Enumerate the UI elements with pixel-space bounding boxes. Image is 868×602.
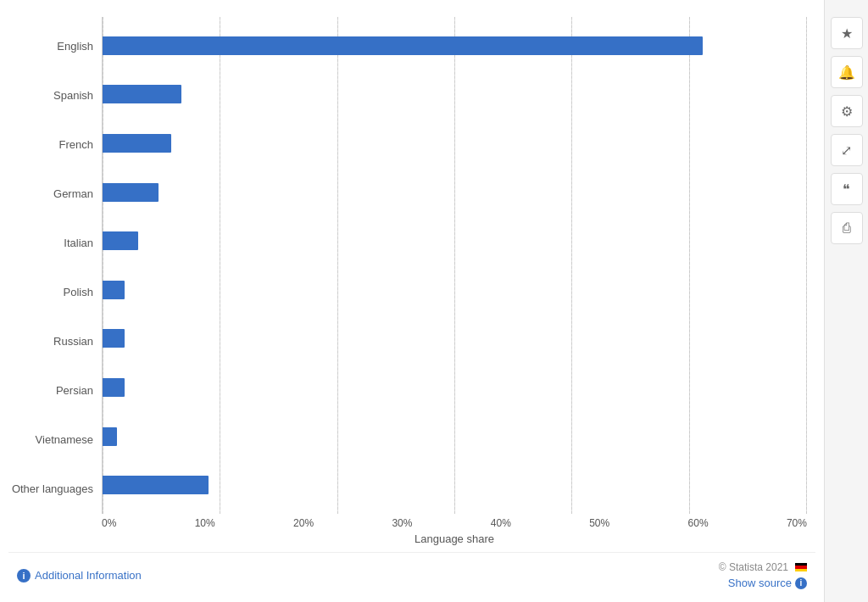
bar-row [103,181,807,204]
x-axis: 0%10%20%30%40%50%60%70% Language share [102,514,807,548]
y-label: Italian [8,237,93,248]
credit-text: © Statista 2021 [719,561,788,573]
y-label: English [8,41,93,52]
y-label: French [8,139,93,150]
sidebar: ★🔔⚙⤢❝⎙ [824,0,868,602]
bar-row [103,82,807,106]
bar-row [103,34,807,58]
chart-area: EnglishSpanishFrenchGermanItalianPolishR… [8,17,815,548]
bar-french [103,134,171,153]
bar-other-languages [103,476,209,494]
bar-row [103,131,807,155]
y-label: Other languages [8,483,93,494]
bar-row [103,326,807,350]
info-icon: i [17,569,31,582]
statista-credit: © Statista 2021 [719,561,807,573]
y-label: German [8,188,93,199]
print-button[interactable]: ⎙ [831,212,863,244]
x-tick: 20% [293,517,314,529]
settings-button[interactable]: ⚙ [831,95,863,127]
y-label: Russian [8,336,93,347]
bar-english [103,36,703,55]
x-tick: 40% [491,517,511,529]
show-source-button[interactable]: Show source i [728,577,807,589]
share-button[interactable]: ⤢ [831,134,863,166]
x-tick: 0% [102,517,116,529]
bar-italian [103,231,138,250]
bar-spanish [103,85,181,103]
bar-row [103,425,807,449]
footer-right: © Statista 2021 Show source i [719,561,807,589]
y-labels: EnglishSpanishFrenchGermanItalianPolishR… [8,17,102,548]
bar-vietnamese [103,427,117,446]
x-tick: 50% [589,517,609,529]
additional-info-label: Additional Information [35,569,142,582]
grid-and-bars [102,17,807,514]
main-content: EnglishSpanishFrenchGermanItalianPolishR… [0,0,824,602]
bar-row [103,376,807,399]
bar-row [103,229,807,253]
bar-german [103,183,159,202]
x-tick: 10% [195,517,215,529]
y-label: Polish [8,287,93,298]
source-info-icon: i [795,577,807,589]
alert-button[interactable]: 🔔 [831,56,863,88]
bars-wrapper [103,17,807,514]
cite-button[interactable]: ❝ [831,173,863,205]
footer: i Additional Information © Statista 2021… [8,552,815,594]
bar-row [103,473,807,497]
y-label: Spanish [8,90,93,101]
x-axis-label: Language share [102,529,807,545]
bar-row [103,278,807,302]
bar-persian [103,378,125,397]
bar-polish [103,281,125,299]
chart-container: EnglishSpanishFrenchGermanItalianPolishR… [8,17,807,548]
x-tick: 70% [787,517,807,529]
flag-icon [795,563,807,571]
y-label: Vietnamese [8,434,93,445]
x-ticks: 0%10%20%30%40%50%60%70% [102,514,807,529]
favorite-button[interactable]: ★ [831,17,863,49]
show-source-label: Show source [728,577,792,589]
bar-russian [103,329,125,348]
x-tick: 60% [688,517,709,529]
bars-and-grid: 0%10%20%30%40%50%60%70% Language share [102,17,807,548]
additional-info-button[interactable]: i Additional Information [17,569,142,582]
x-tick: 30% [392,517,412,529]
y-label: Persian [8,385,93,396]
